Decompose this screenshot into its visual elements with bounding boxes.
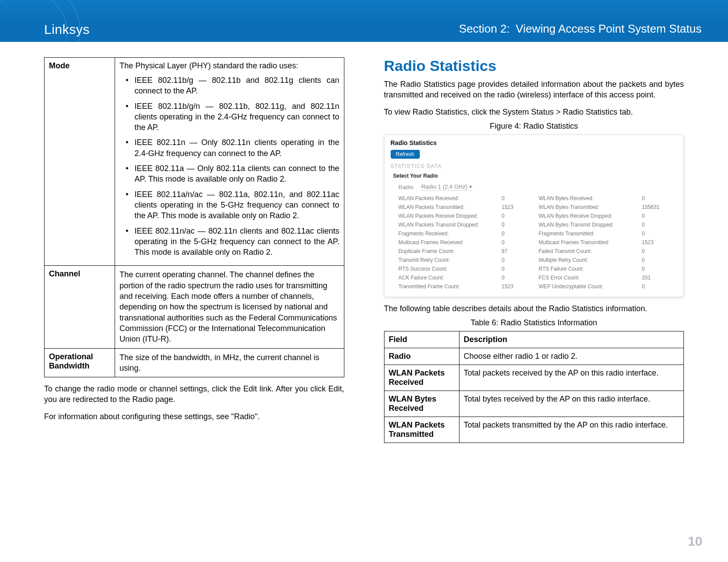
- body-text: To change the radio mode or channel sett…: [44, 383, 344, 405]
- list-item: IEEE 802.11b/g/n — 802.11b, 802.11g, and…: [122, 101, 340, 133]
- stat-label: WEP Undecryptable Count:: [539, 283, 636, 290]
- body-text: For information about configuring these …: [44, 411, 344, 422]
- field-description: Total packets received by the AP on this…: [459, 365, 684, 391]
- stat-value: 0: [642, 213, 673, 219]
- field-label: Mode: [45, 58, 115, 266]
- right-column: Radio Statistics The Radio Statistics pa…: [384, 57, 684, 531]
- stat-value: 0: [642, 248, 673, 254]
- stat-value: 0: [642, 266, 673, 272]
- stat-label: Transmitted Frame Count:: [399, 283, 496, 290]
- field-value: The size of the bandwidth, in MHz, the c…: [115, 348, 344, 377]
- stat-label: WLAN Packets Transmitted:: [399, 204, 496, 210]
- stat-value: 0: [642, 283, 673, 290]
- table-row: RadioChoose either radio 1 or radio 2.: [384, 348, 684, 365]
- stat-value: 0: [642, 257, 673, 263]
- section-name: Viewing Access Point System Status: [516, 22, 702, 35]
- body-text: To view Radio Statistics, click the Syst…: [384, 107, 684, 117]
- stat-value: 0: [502, 222, 533, 228]
- table-row: Operational Bandwidth The size of the ba…: [45, 348, 344, 377]
- body-text: The following table describes details ab…: [384, 303, 684, 314]
- page-body: Mode The Physical Layer (PHY) standard t…: [44, 57, 684, 531]
- field-description: Total packets transmitted by the AP on t…: [459, 417, 684, 443]
- page-title: Radio Statistics: [384, 57, 684, 74]
- stat-value: 1523: [502, 204, 533, 210]
- stat-label: WLAN Bytes Receive Dropped:: [539, 213, 636, 219]
- page-number: 10: [688, 534, 702, 549]
- screenshot-heading: Radio Statistics: [391, 139, 678, 146]
- radio-label: Radio: [399, 184, 414, 190]
- body-text: The Radio Statistics page provides detai…: [384, 79, 684, 100]
- field-label: WLAN Packets Transmitted: [384, 417, 459, 443]
- field-value: The Physical Layer (PHY) standard the ra…: [115, 58, 344, 266]
- radio-selector-row: Radio Radio 1 (2.4 GHz) ▾: [399, 183, 678, 191]
- stat-label: WLAN Bytes Transmitted:: [539, 204, 636, 210]
- stat-value: 1523: [502, 283, 533, 290]
- stat-label: RTS Failure Count:: [539, 266, 636, 272]
- radio-dropdown[interactable]: Radio 1 (2.4 GHz) ▾: [421, 183, 472, 191]
- left-column: Mode The Physical Layer (PHY) standard t…: [44, 57, 344, 531]
- field-label: Channel: [45, 266, 115, 348]
- stat-value: 0: [502, 266, 533, 272]
- col-header-description: Description: [459, 331, 684, 348]
- radio-settings-table: Mode The Physical Layer (PHY) standard t…: [44, 57, 344, 377]
- stat-value: 0: [642, 231, 673, 237]
- screenshot-radio-statistics: Radio Statistics Refresh STATISTICS DATA…: [384, 134, 684, 297]
- list-item: IEEE 802.11n — Only 802.11n clients oper…: [122, 137, 340, 159]
- stat-label: Failed Transmit Count:: [539, 248, 636, 254]
- stats-grid: WLAN Packets Received:0WLAN Bytes Receiv…: [399, 195, 678, 290]
- table-row: Channel The current operating channel. T…: [45, 266, 344, 348]
- stat-value: 0: [642, 195, 673, 201]
- mode-list: IEEE 802.11b/g — 802.11b and 802.11g cli…: [119, 75, 340, 257]
- section-title: Section 2 Viewing Access Point System St…: [459, 22, 702, 36]
- list-item: IEEE 802.11b/g — 802.11b and 802.11g cli…: [122, 75, 340, 97]
- stat-label: ACK Failure Count:: [399, 275, 496, 281]
- stat-label: WLAN Bytes Received:: [539, 195, 636, 201]
- figure-caption: Figure 4: Radio Statistics: [384, 122, 684, 131]
- stat-label: RTS Success Count:: [399, 266, 496, 272]
- radio-statistics-info-table: Field Description RadioChoose either rad…: [384, 331, 684, 443]
- field-label: WLAN Packets Received: [384, 365, 459, 391]
- col-header-field: Field: [384, 331, 459, 348]
- stat-value: 0: [502, 195, 533, 201]
- stat-value: 97: [502, 248, 533, 254]
- stat-value: 155631: [642, 204, 673, 210]
- stat-label: Multicast Frames Transmitted:: [539, 239, 636, 246]
- stat-label: Fragments Transmitted:: [539, 231, 636, 237]
- field-label: Operational Bandwidth: [45, 348, 115, 377]
- stat-value: 0: [502, 275, 533, 281]
- table-header-row: Field Description: [384, 331, 684, 348]
- field-label: WLAN Bytes Received: [384, 391, 459, 417]
- field-description: Choose either radio 1 or radio 2.: [459, 348, 684, 365]
- section-number: Section 2: [459, 22, 513, 35]
- table-row: WLAN Packets ReceivedTotal packets recei…: [384, 365, 684, 391]
- select-radio-label: Select Your Radio: [393, 173, 678, 179]
- stat-value: 0: [502, 239, 533, 246]
- stat-label: Duplicate Frame Count:: [399, 248, 496, 254]
- table-caption: Table 6: Radio Statistics Information: [384, 318, 684, 328]
- list-item: IEEE 802.11n/ac — 802.11n clients and 80…: [122, 226, 340, 258]
- field-value: The current operating channel. The chann…: [115, 266, 344, 348]
- stat-value: 1523: [642, 239, 673, 246]
- stat-label: WLAN Bytes Transmit Dropped:: [539, 222, 636, 228]
- stat-label: Fragments Received:: [399, 231, 496, 237]
- field-description: Total bytes received by the AP on this r…: [459, 391, 684, 417]
- stat-label: Multiple Retry Count:: [539, 257, 636, 263]
- stat-label: WLAN Packets Transmit Dropped:: [399, 222, 496, 228]
- screenshot-subsection: STATISTICS DATA: [391, 163, 678, 169]
- stat-value: 0: [502, 213, 533, 219]
- list-item: IEEE 802.11a/n/ac — 802.11a, 802.11n, an…: [122, 189, 340, 221]
- stat-label: FCS Error Count:: [539, 275, 636, 281]
- stat-value: 0: [502, 257, 533, 263]
- stat-label: Transmit Retry Count:: [399, 257, 496, 263]
- mode-intro: The Physical Layer (PHY) standard the ra…: [119, 61, 340, 71]
- stat-value: 0: [642, 222, 673, 228]
- radio-dropdown-value: Radio 1 (2.4 GHz): [421, 183, 467, 190]
- refresh-button[interactable]: Refresh: [391, 150, 420, 159]
- stat-value: 0: [502, 231, 533, 237]
- table-row: Mode The Physical Layer (PHY) standard t…: [45, 58, 344, 266]
- table-row: WLAN Packets TransmittedTotal packets tr…: [384, 417, 684, 443]
- chevron-down-icon: ▾: [469, 183, 472, 190]
- stat-label: WLAN Packets Receive Dropped:: [399, 213, 496, 219]
- stat-label: WLAN Packets Received:: [399, 195, 496, 201]
- list-item: IEEE 802.11a — Only 802.11a clients can …: [122, 163, 340, 185]
